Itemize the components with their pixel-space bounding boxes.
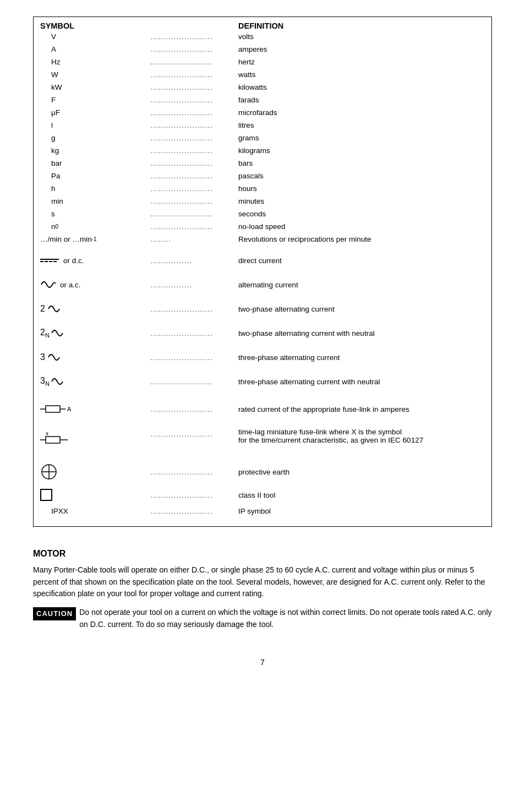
symbol-ipxx: IPXX (40, 507, 150, 515)
fuse-x-icon: x (40, 430, 73, 445)
svg-text:x: x (46, 430, 48, 437)
symbol-fuse-a: A (40, 402, 150, 416)
symbol-s: s (40, 210, 150, 218)
motor-title: MOTOR (33, 549, 492, 559)
two-phase-wave-icon (47, 303, 64, 314)
three-n-phase-wave-icon (51, 376, 67, 387)
table-row-classii: ........................ class II tool (40, 484, 485, 506)
symbol-v: V (40, 32, 150, 41)
symbol-h: h (40, 184, 150, 193)
table-row-fuse-x: x ........................ time-lag mini… (40, 426, 485, 459)
table-row: kW ........................ kilowatts (40, 83, 485, 95)
table-row: n0 ........................ no-load spee… (40, 222, 485, 235)
table-row-fuse-a: A ........................ rated current… (40, 395, 485, 423)
def-3nac: three-phase alternating current with neu… (238, 378, 485, 386)
table-row: V ........................ volts (40, 32, 485, 45)
table-row: Hz ........................ hertz (40, 58, 485, 70)
symbol-fuse-x: x (40, 428, 150, 445)
symbol-g: g (40, 134, 150, 142)
symbol-a: A (40, 45, 150, 53)
table-row: …/min or …min-1 ........ Revolutions or … (40, 235, 485, 247)
dc-text: or d.c. (63, 257, 84, 265)
symbol-min-rate: …/min or …min-1 (40, 235, 150, 243)
def-min: minutes (238, 197, 485, 205)
def-min-rate: Revolutions or reciprocations per minute (238, 235, 485, 243)
symbol-l: l (40, 121, 150, 129)
table-row-2ac: 2 ........................ two-phase alt… (40, 298, 485, 320)
table-row-3ac: 3 ........................ three-phase a… (40, 346, 485, 368)
caution-block: CAUTION Do not operate your tool on a cu… (33, 607, 492, 630)
def-kg: kilograms (238, 146, 485, 155)
def-fuse-a: rated current of the appropriate fuse-li… (238, 405, 485, 413)
def-classii: class II tool (238, 491, 485, 499)
table-header: SYMBOL DEFINITION (40, 21, 485, 30)
ac-text: or a.c. (60, 281, 81, 289)
table-row-dc: or d.c. ................ direct current (40, 249, 485, 271)
table-row: l ........................ litres (40, 121, 485, 133)
def-2nac: two-phase alternating current with neutr… (238, 329, 485, 337)
table-row-earth: ........................ protective eart… (40, 461, 485, 483)
symbol-n0: n0 (40, 222, 150, 231)
svg-rect-1 (46, 406, 60, 412)
ac-wave-icon (40, 279, 57, 290)
def-l: litres (238, 121, 485, 129)
table-row-2nac: 2N ........................ two-phase al… (40, 322, 485, 344)
def-s: seconds (238, 210, 485, 218)
symbol-dc: or d.c. (40, 257, 150, 265)
definition-header: DEFINITION (238, 21, 485, 30)
symbol-pa: Pa (40, 172, 150, 180)
symbol-uf: μF (40, 108, 150, 117)
def-ipxx: IP symbol (238, 507, 485, 515)
table-row: kg ........................ kilograms (40, 146, 485, 159)
page-number: 7 (33, 658, 492, 667)
table-row: A ........................ amperes (40, 45, 485, 57)
table-row: min ........................ minutes (40, 197, 485, 209)
symbol-earth (40, 463, 150, 481)
symbol-classii (40, 489, 150, 501)
table-row-ac: or a.c. ................ alternating cur… (40, 274, 485, 296)
symbol-kw: kW (40, 83, 150, 91)
three-phase-wave-icon (47, 352, 64, 363)
classii-icon (40, 489, 52, 501)
def-n0: no-load speed (238, 222, 485, 231)
svg-rect-6 (46, 437, 60, 443)
table-row: μF ........................ microfarads (40, 108, 485, 121)
symbol-w: W (40, 70, 150, 79)
def-kw: kilowatts (238, 83, 485, 91)
earth-icon (40, 463, 58, 481)
fuse-a-icon: A (40, 402, 73, 416)
table-row: F ........................ farads (40, 96, 485, 108)
def-bar: bars (238, 159, 485, 167)
symbol-hz: Hz (40, 58, 150, 66)
symbol-3ac: 3 (40, 352, 150, 363)
table-row: bar ........................ bars (40, 159, 485, 171)
def-pa: pascals (238, 172, 485, 180)
table-row: W ........................ watts (40, 70, 485, 83)
def-3ac: three-phase alternating current (238, 353, 485, 362)
def-a: amperes (238, 45, 485, 53)
symbol-bar: bar (40, 159, 150, 167)
table-row: g ........................ grams (40, 134, 485, 146)
def-w: watts (238, 70, 485, 79)
def-dc: direct current (238, 257, 485, 265)
def-earth: protective earth (238, 468, 485, 476)
symbol-2ac: 2 (40, 303, 150, 314)
def-g: grams (238, 134, 485, 142)
table-row: s ........................ seconds (40, 210, 485, 222)
symbol-table: SYMBOL DEFINITION V ....................… (33, 17, 492, 527)
symbol-f: F (40, 96, 150, 104)
symbol-3nac: 3N (40, 376, 150, 387)
table-row-ipxx: IPXX ........................ IP symbol (40, 507, 485, 519)
def-f: farads (238, 96, 485, 104)
caution-text: Do not operate your tool on a current on… (79, 607, 492, 630)
symbol-ac: or a.c. (40, 279, 150, 290)
svg-text:A: A (67, 406, 72, 412)
symbol-2nac: 2N (40, 328, 150, 339)
dc-icon (40, 259, 59, 262)
table-row: Pa ........................ pascals (40, 172, 485, 184)
def-fuse-x: time-lag miniature fuse-link where X is … (238, 428, 485, 444)
motor-section: MOTOR Many Porter-Cable tools will opera… (33, 549, 492, 630)
two-n-phase-wave-icon (51, 328, 67, 339)
table-row-3nac: 3N ........................ three-phase … (40, 370, 485, 393)
table-row: h ........................ hours (40, 184, 485, 197)
